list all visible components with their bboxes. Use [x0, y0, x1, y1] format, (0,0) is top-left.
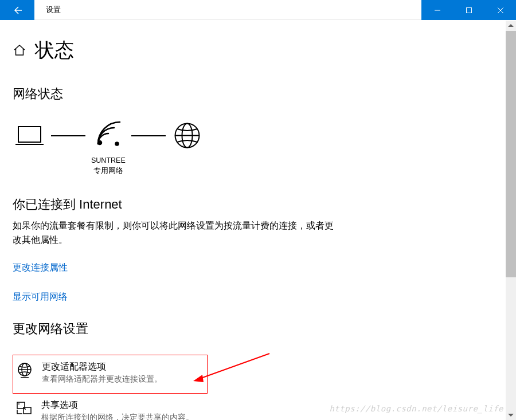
svg-point-6 [98, 141, 101, 144]
window-title: 设置 [34, 0, 421, 20]
scroll-down-button[interactable] [506, 410, 516, 420]
laptop-icon [14, 120, 45, 151]
close-button[interactable] [484, 0, 516, 20]
wifi-icon [92, 120, 124, 151]
home-icon[interactable] [13, 44, 26, 57]
change-settings-title: 更改网络设置 [13, 320, 503, 337]
adapter-desc: 查看网络适配器并更改连接设置。 [42, 374, 162, 384]
sharing-desc: 根据所连接到的网络，决定要共享的内容。 [41, 413, 194, 420]
watermark: https://blog.csdn.net/leisure_life [329, 404, 503, 413]
minimize-button[interactable] [421, 0, 453, 20]
connection-line-2 [131, 135, 166, 136]
page-header: 状态 [13, 37, 503, 64]
page-title: 状态 [35, 37, 74, 64]
svg-rect-4 [18, 127, 41, 142]
close-icon [497, 7, 504, 14]
wifi-node: SUNTREE 专用网络 [91, 120, 126, 176]
sharing-title: 共享选项 [41, 399, 194, 411]
wifi-name: SUNTREE [91, 156, 126, 166]
scroll-up-button[interactable] [506, 21, 516, 31]
content-area: 状态 网络状态 SUNTREE 专用网络 [0, 20, 516, 420]
computer-node [14, 120, 45, 151]
back-button[interactable] [0, 0, 34, 20]
show-networks-link[interactable]: 显示可用网络 [13, 291, 68, 303]
minimize-icon [434, 7, 441, 14]
arrow-left-icon [11, 5, 23, 16]
adapter-options-item[interactable]: 更改适配器选项 查看网络适配器并更改连接设置。 [13, 355, 208, 394]
globe-icon [171, 120, 203, 151]
sharing-icon [15, 401, 33, 418]
window-controls [421, 0, 516, 20]
scrollbar[interactable] [506, 21, 516, 420]
sharing-options-item[interactable]: 共享选项 根据所连接到的网络，决定要共享的内容。 [13, 394, 208, 420]
globe-settings-icon [16, 362, 33, 379]
chevron-up-icon [508, 24, 514, 28]
adapter-title: 更改适配器选项 [42, 361, 162, 373]
maximize-button[interactable] [453, 0, 484, 20]
svg-point-7 [116, 143, 119, 146]
wifi-label: SUNTREE 专用网络 [91, 156, 126, 176]
adapter-text: 更改适配器选项 查看网络适配器并更改连接设置。 [42, 361, 162, 384]
network-diagram: SUNTREE 专用网络 [13, 120, 503, 176]
wifi-type: 专用网络 [91, 166, 126, 176]
svg-rect-1 [466, 7, 471, 13]
network-status-title: 网络状态 [13, 85, 503, 103]
scroll-thumb[interactable] [506, 31, 516, 277]
globe-node [171, 120, 203, 151]
titlebar: 设置 [0, 0, 516, 20]
connected-description: 如果你的流量套餐有限制，则你可以将此网络设置为按流量计费的连接，或者更改其他属性… [13, 219, 334, 248]
change-properties-link[interactable]: 更改连接属性 [13, 262, 68, 274]
maximize-icon [466, 7, 472, 14]
chevron-down-icon [508, 413, 514, 417]
connection-line-1 [51, 135, 85, 136]
sharing-text: 共享选项 根据所连接到的网络，决定要共享的内容。 [41, 399, 194, 420]
connected-title: 你已连接到 Internet [13, 196, 503, 213]
